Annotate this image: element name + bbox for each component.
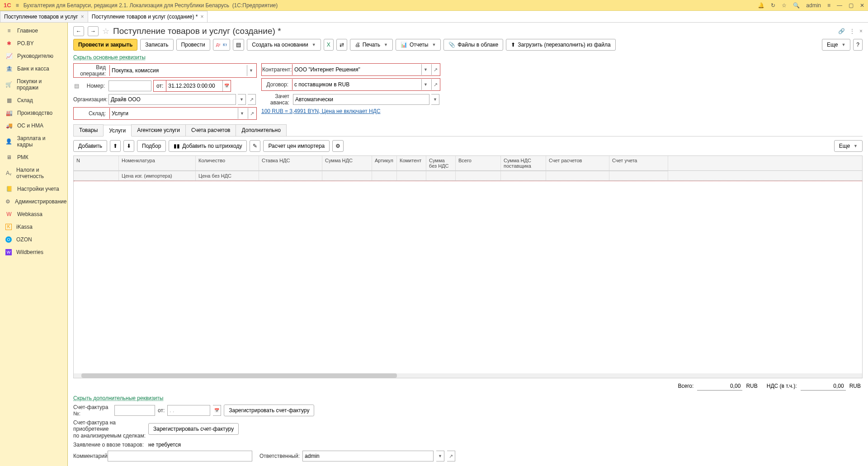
open-icon[interactable]: ↗ [248, 94, 256, 105]
invoice-date-input[interactable]: . . [167, 405, 210, 416]
dt-kt-button[interactable]: ДтКт [213, 39, 231, 51]
move-down-button[interactable]: ⬇ [123, 140, 134, 152]
sidebar-item-warehouse[interactable]: ▦Склад [0, 94, 67, 107]
register-invoice-button[interactable]: Зарегистрировать счет-фактуру [224, 405, 314, 416]
settings-icon[interactable]: ≡ [827, 2, 830, 9]
post-button[interactable]: Провести [176, 39, 210, 51]
contract-input[interactable]: с поставщиком в RUB [292, 79, 420, 90]
open-icon[interactable]: ↗ [431, 64, 439, 75]
print-button[interactable]: 🖨Печать▼ [350, 39, 393, 51]
open-icon[interactable]: ↗ [447, 451, 455, 461]
save-button[interactable]: Записать [140, 39, 173, 51]
column-header[interactable]: Счет учета [609, 156, 668, 170]
sidebar-item-payroll[interactable]: 👤Зарплата и кадры [0, 132, 67, 151]
sidebar-item-admin[interactable]: ⚙Администрирование [0, 195, 67, 208]
importer-calc-button[interactable]: Расчет цен импортера [263, 140, 330, 152]
tab-additional[interactable]: Дополнительно [236, 124, 286, 136]
operation-input[interactable]: Покупка, комиссия [109, 65, 245, 76]
dropdown-icon[interactable]: ▼ [238, 94, 246, 105]
sidebar-item-poby[interactable]: ✱PO.BY [0, 37, 67, 50]
calendar-icon[interactable]: 📅 [222, 80, 231, 91]
sidebar-item-wildberries[interactable]: WWildberries [0, 246, 67, 259]
bell-icon[interactable]: 🔔 [758, 2, 764, 9]
sidebar-item-ozon[interactable]: OOZON [0, 233, 67, 246]
dropdown-icon[interactable]: ▼ [421, 64, 429, 75]
column-header[interactable]: Сумма НДС поставщика [501, 156, 546, 170]
sidebar-item-webkassa[interactable]: WWebkassa [0, 208, 67, 221]
files-cloud-button[interactable]: 📎Файлы в облаке [443, 39, 503, 51]
excel-button[interactable]: X [324, 39, 334, 51]
star-icon[interactable]: ☆ [782, 2, 787, 9]
tab-agent[interactable]: Агентские услуги [131, 124, 186, 136]
sidebar-item-manager[interactable]: 📈Руководителю [0, 50, 67, 62]
tab-accounts[interactable]: Счета расчетов [185, 124, 236, 136]
sidebar-item-bank[interactable]: 🏦Банк и касса [0, 62, 67, 75]
close-icon[interactable]: × [200, 14, 203, 20]
forward-button[interactable]: → [88, 26, 99, 36]
column-header[interactable]: Сумма НДС [322, 156, 372, 170]
invoice-no-input[interactable] [114, 405, 155, 416]
tab-goods[interactable]: Товары [73, 124, 104, 136]
date-input[interactable]: 31.12.2023 0:00:00 [166, 80, 222, 91]
barcode-button[interactable]: ▮▮Добавить по штрихкоду [169, 140, 247, 152]
structure-button[interactable]: ▤ [233, 39, 244, 51]
search-icon[interactable]: 🔍 [793, 2, 800, 9]
rate-link[interactable]: 100 RUB = 3,4991 BYN, Цена не включает Н… [261, 108, 381, 114]
register-invoice2-button[interactable]: Зарегистрировать счет-фактуру [148, 423, 239, 435]
add-button[interactable]: Добавить [73, 140, 107, 152]
dropdown-icon[interactable]: ▼ [247, 65, 255, 76]
horizontal-scrollbar[interactable] [74, 373, 862, 378]
hide-main-link[interactable]: Скрыть основные реквизиты [73, 54, 863, 61]
dropdown-icon[interactable]: ▼ [436, 451, 444, 461]
number-input[interactable] [108, 80, 151, 91]
user-label[interactable]: admin [806, 2, 821, 9]
post-close-button[interactable]: Провести и закрыть [73, 39, 137, 51]
sidebar-item-tax[interactable]: AᵧНалоги и отчетность [0, 164, 67, 183]
sidebar-item-sales[interactable]: 🛒Покупки и продажи [0, 75, 67, 94]
link-icon[interactable]: 🔗 [838, 28, 845, 34]
open-icon[interactable]: ↗ [248, 108, 256, 119]
history-icon[interactable]: ↻ [771, 2, 775, 9]
more-icon[interactable]: ⋮ [849, 28, 855, 34]
select-button[interactable]: Подбор [137, 140, 166, 152]
sidebar-item-rmk[interactable]: 🖥РМК [0, 151, 67, 164]
hide-extra-link[interactable]: Скрыть дополнительные реквизиты [73, 395, 863, 401]
column-header[interactable]: Сумма без НДС [426, 156, 456, 170]
calendar-icon[interactable]: 📅 [213, 405, 221, 416]
favorite-icon[interactable]: ☆ [102, 26, 109, 36]
column-header[interactable]: Номенклатура [119, 156, 196, 170]
sidebar-item-settings[interactable]: 📒Настройки учета [0, 183, 67, 195]
responsible-input[interactable]: admin [302, 451, 434, 461]
menu-icon[interactable]: ≡ [16, 2, 19, 9]
maximize-icon[interactable]: ▢ [849, 2, 854, 9]
advance-input[interactable]: Автоматически [293, 94, 429, 105]
dropdown-icon[interactable]: ▼ [431, 94, 439, 105]
edit-button[interactable]: ✎ [250, 140, 260, 152]
tab-services[interactable]: Услуги [103, 125, 132, 137]
minimize-icon[interactable]: — [837, 2, 842, 9]
back-button[interactable]: ← [73, 26, 84, 36]
dropdown-icon[interactable]: ▼ [238, 108, 246, 119]
sidebar-item-assets[interactable]: 🚚ОС и НМА [0, 119, 67, 132]
exchange-button[interactable]: ⇄ [336, 39, 347, 51]
create-based-button[interactable]: Создать на основании▼ [247, 39, 321, 51]
more-button[interactable]: Еще▼ [822, 39, 850, 51]
help-button[interactable]: ? [853, 39, 863, 51]
doctab-1[interactable]: Поступление товаров и услуг (создание) *… [88, 11, 208, 22]
sidebar-item-main[interactable]: ≡Главное [0, 24, 67, 37]
column-header[interactable]: Количество [196, 156, 259, 170]
warehouse-input[interactable]: Услуги [109, 108, 236, 119]
open-icon[interactable]: ↗ [431, 79, 439, 90]
close-icon[interactable]: × [81, 14, 84, 20]
dropdown-icon[interactable]: ▼ [421, 79, 429, 90]
move-up-button[interactable]: ⬆ [110, 140, 121, 152]
comment-input[interactable] [108, 451, 252, 461]
column-header[interactable]: Ставка НДС [259, 156, 322, 170]
column-header[interactable]: Всего [456, 156, 501, 170]
sidebar-item-production[interactable]: 🏭Производство [0, 107, 67, 119]
config-button[interactable]: ⚙ [332, 140, 344, 152]
load-file-button[interactable]: ⬆Загрузить (перезаполнить) из файла [506, 39, 615, 51]
reports-button[interactable]: 📊Отчеты▼ [396, 39, 441, 51]
close-icon[interactable]: ✕ [860, 2, 864, 9]
close-icon[interactable]: × [859, 28, 863, 34]
